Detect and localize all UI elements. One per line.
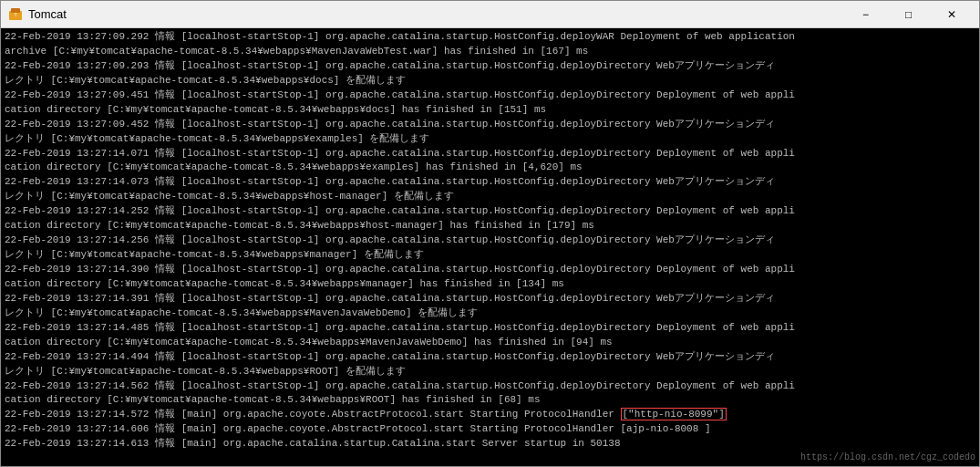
- close-button[interactable]: ✕: [931, 2, 972, 27]
- log-line: 22-Feb-2019 13:27:09.451 情報 [localhost-s…: [5, 88, 975, 103]
- log-line: 22-Feb-2019 13:27:14.572 情報 [main] org.a…: [5, 408, 975, 422]
- log-line: 22-Feb-2019 13:27:14.071 情報 [localhost-s…: [5, 147, 975, 161]
- console-output: 22-Feb-2019 13:27:09.292 情報 [localhost-s…: [1, 28, 979, 466]
- log-line: cation directory [C:¥my¥tomcat¥apache-to…: [5, 336, 975, 350]
- log-line: cation directory [C:¥my¥tomcat¥apache-to…: [5, 277, 975, 292]
- log-line: 22-Feb-2019 13:27:14.391 情報 [localhost-s…: [5, 292, 975, 306]
- log-line: 22-Feb-2019 13:27:09.452 情報 [localhost-s…: [5, 118, 975, 132]
- log-line: 22-Feb-2019 13:27:09.292 情報 [localhost-s…: [5, 30, 975, 45]
- maximize-button[interactable]: □: [888, 2, 929, 27]
- titlebar-left: T Tomcat: [8, 7, 67, 22]
- log-line: 22-Feb-2019 13:27:09.293 情報 [localhost-s…: [5, 59, 975, 74]
- log-line: cation directory [C:¥my¥tomcat¥apache-to…: [5, 393, 975, 408]
- log-line: 22-Feb-2019 13:27:14.256 情報 [localhost-s…: [5, 234, 975, 248]
- log-line: レクトリ [C:¥my¥tomcat¥apache-tomcat-8.5.34¥…: [5, 306, 975, 321]
- log-line: cation directory [C:¥my¥tomcat¥apache-to…: [5, 103, 975, 118]
- log-line: 22-Feb-2019 13:27:14.562 情報 [localhost-s…: [5, 379, 975, 394]
- log-line: cation directory [C:¥my¥tomcat¥apache-to…: [5, 219, 975, 234]
- log-line: cation directory [C:¥my¥tomcat¥apache-to…: [5, 161, 975, 175]
- titlebar: T Tomcat − □ ✕: [1, 1, 979, 28]
- log-line: 22-Feb-2019 13:27:14.485 情報 [localhost-s…: [5, 321, 975, 336]
- log-line: レクトリ [C:¥my¥tomcat¥apache-tomcat-8.5.34¥…: [5, 132, 975, 147]
- highlight-box: ["http-nio-8099"]: [621, 408, 727, 420]
- log-line: 22-Feb-2019 13:27:14.606 情報 [main] org.a…: [5, 422, 975, 437]
- log-line: レクトリ [C:¥my¥tomcat¥apache-tomcat-8.5.34¥…: [5, 365, 975, 379]
- log-line: 22-Feb-2019 13:27:14.494 情報 [localhost-s…: [5, 350, 975, 365]
- log-line: レクトリ [C:¥my¥tomcat¥apache-tomcat-8.5.34¥…: [5, 190, 975, 204]
- log-line: archive [C:¥my¥tomcat¥apache-tomcat-8.5.…: [5, 45, 975, 59]
- minimize-button[interactable]: −: [845, 2, 886, 27]
- window: T Tomcat − □ ✕ 22-Feb-2019 13:27:09.292 …: [0, 0, 980, 467]
- log-line: 22-Feb-2019 13:27:14.390 情報 [localhost-s…: [5, 263, 975, 277]
- svg-text:T: T: [14, 12, 17, 17]
- log-line: レクトリ [C:¥my¥tomcat¥apache-tomcat-8.5.34¥…: [5, 248, 975, 263]
- log-line: 22-Feb-2019 13:27:14.252 情報 [localhost-s…: [5, 204, 975, 219]
- log-line: レクトリ [C:¥my¥tomcat¥apache-tomcat-8.5.34¥…: [5, 74, 975, 88]
- watermark: https://blog.csdn.net/cgz_codedo: [800, 451, 975, 465]
- log-line: 22-Feb-2019 13:27:14.613 情報 [main] org.a…: [5, 437, 975, 451]
- window-controls: − □ ✕: [845, 2, 972, 27]
- log-line: 22-Feb-2019 13:27:14.073 情報 [localhost-s…: [5, 175, 975, 190]
- window-title: Tomcat: [28, 7, 67, 21]
- app-icon: T: [8, 7, 23, 22]
